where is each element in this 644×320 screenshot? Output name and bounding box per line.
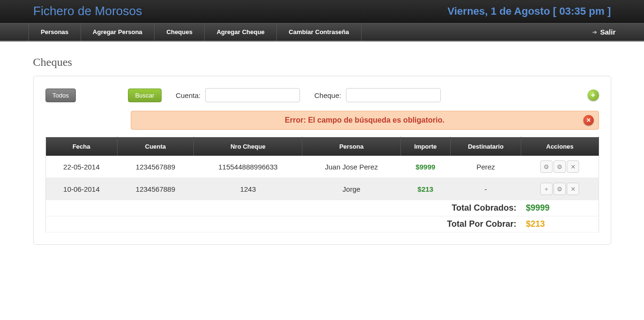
topbar: Fichero de Morosos Viernes, 1 de Agosto … <box>0 0 644 23</box>
row-action-settings[interactable]: ⚙ <box>553 160 566 173</box>
nav-personas[interactable]: Personas <box>28 23 81 41</box>
close-icon: ✕ <box>571 163 576 170</box>
search-toolbar: Todos Buscar Cuenta: Cheque: + <box>45 88 599 102</box>
th-destinatario: Destinatario <box>450 137 521 156</box>
cell-persona: Jorge <box>302 178 400 200</box>
table-row: 22-05-20141234567889115544888996633Juan … <box>45 156 599 178</box>
table-row: 10-06-201412345678891243Jorge$213-+⚙✕ <box>45 178 599 200</box>
gear-icon: ⚙ <box>557 163 562 170</box>
cell-importe: $9999 <box>400 156 450 178</box>
th-persona: Persona <box>302 137 400 156</box>
nav-left: Personas Agregar Persona Cheques Agregar… <box>28 23 362 41</box>
nav-agregar-cheque[interactable]: Agregar Cheque <box>205 23 277 41</box>
nav-cheques[interactable]: Cheques <box>154 23 205 41</box>
container: Cheques Todos Buscar Cuenta: Cheque: + E… <box>33 42 611 254</box>
cell-fecha: 10-06-2014 <box>45 178 117 200</box>
cuenta-input[interactable] <box>205 88 300 102</box>
add-button[interactable]: + <box>588 89 599 101</box>
nav-cambiar-contrasena[interactable]: Cambiar Contraseña <box>277 23 361 41</box>
cell-nro: 115544888996633 <box>194 156 302 178</box>
cheque-input[interactable] <box>346 88 441 102</box>
cell-persona: Juan Jose Perez <box>302 156 400 178</box>
nav-logout[interactable]: ➔ Salir <box>592 28 616 36</box>
row-action-1[interactable]: ⚙ <box>540 160 553 173</box>
gear-icon: ⚙ <box>557 186 562 193</box>
close-icon: ✕ <box>571 186 576 193</box>
th-fecha: Fecha <box>45 137 117 156</box>
error-alert: Error: El campo de búsqueda es obligator… <box>131 111 599 130</box>
cell-dest: Perez <box>450 156 521 178</box>
th-cuenta: Cuenta <box>117 137 193 156</box>
row-action-settings[interactable]: ⚙ <box>553 183 566 195</box>
cell-actions: ⚙⚙✕ <box>521 156 599 178</box>
main-panel: Todos Buscar Cuenta: Cheque: + Error: El… <box>33 76 611 245</box>
th-importe: Importe <box>400 137 450 156</box>
total-cobrados-value: $9999 <box>521 200 599 216</box>
datetime: Viernes, 1 de Agosto [ 03:35 pm ] <box>447 5 635 18</box>
logout-arrow-icon: ➔ <box>592 29 597 36</box>
gear-icon: ⚙ <box>544 163 549 170</box>
cell-importe: $213 <box>400 178 450 200</box>
app-brand: Fichero de Morosos <box>9 4 142 18</box>
th-nro: Nro Cheque <box>194 137 302 156</box>
nav-agregar-persona[interactable]: Agregar Persona <box>81 23 155 41</box>
total-porcobrar-value: $213 <box>521 216 599 232</box>
plus-icon: + <box>591 91 595 99</box>
buscar-button[interactable]: Buscar <box>128 89 161 102</box>
cell-fecha: 22-05-2014 <box>45 156 117 178</box>
cheque-label: Cheque: <box>314 91 341 99</box>
cuenta-label: Cuenta: <box>176 91 201 99</box>
logout-label: Salir <box>600 28 616 36</box>
cell-actions: +⚙✕ <box>521 178 599 200</box>
row-action-delete[interactable]: ✕ <box>567 183 579 195</box>
close-icon: ✕ <box>586 117 591 124</box>
alert-close-button[interactable]: ✕ <box>583 115 594 125</box>
navbar: Personas Agregar Persona Cheques Agregar… <box>0 23 644 42</box>
cell-cuenta: 1234567889 <box>117 178 193 200</box>
page-title: Cheques <box>33 56 611 69</box>
todos-button[interactable]: Todos <box>45 89 76 102</box>
cell-dest: - <box>450 178 521 200</box>
total-cobrados-label: Total Cobrados: <box>45 200 521 216</box>
th-acciones: Acciones <box>521 137 599 156</box>
cell-cuenta: 1234567889 <box>117 156 193 178</box>
cell-nro: 1243 <box>194 178 302 200</box>
row-action-delete[interactable]: ✕ <box>567 160 579 173</box>
row-action-1[interactable]: + <box>540 183 553 195</box>
error-text: Error: El campo de búsqueda es obligator… <box>285 116 444 124</box>
plus-icon: + <box>544 186 548 193</box>
cheques-table: Fecha Cuenta Nro Cheque Persona Importe … <box>45 137 599 232</box>
total-porcobrar-label: Total Por Cobrar: <box>45 216 521 232</box>
